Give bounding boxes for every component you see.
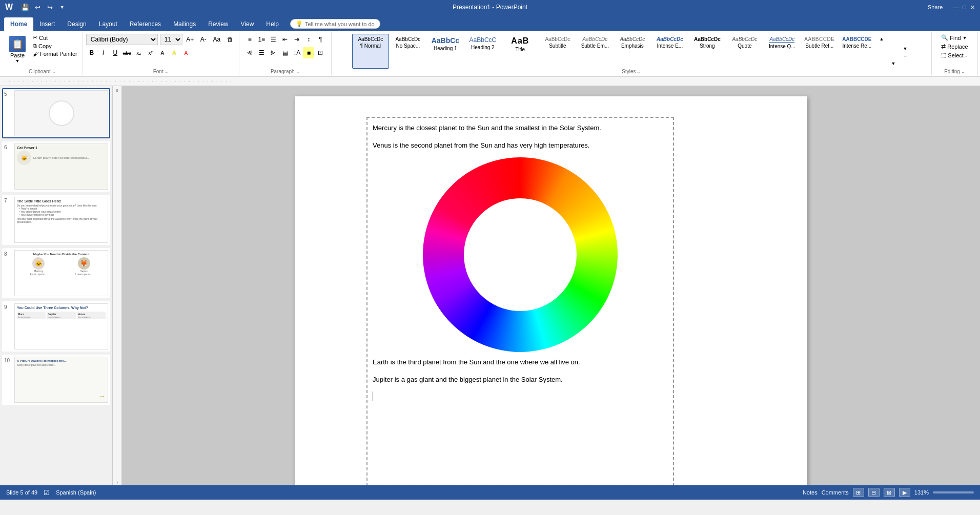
slide-thumbnail-5[interactable]: 5 — [2, 88, 110, 138]
format-painter-button[interactable]: 🖌 Format Painter — [31, 50, 79, 57]
style-intense-em[interactable]: AaBbCcDc Intense E... — [651, 34, 688, 69]
style-normal[interactable]: AaBbCcDc ¶ Normal — [352, 34, 389, 69]
font-color-btn[interactable]: A — [180, 47, 192, 58]
tab-mailings[interactable]: Mailings — [167, 17, 202, 31]
ribbon-tabs: Home Insert Design Layout References Mai… — [0, 14, 980, 31]
slide-thumbnail-8[interactable]: 8 Maybe You Need to Divide the Content 🐱… — [2, 248, 110, 298]
increase-indent-btn[interactable]: ⇥ — [291, 34, 302, 45]
close-button[interactable]: ✕ — [970, 4, 975, 11]
tab-home[interactable]: Home — [4, 17, 33, 31]
view-reading-btn[interactable]: ⊠ — [884, 488, 895, 497]
slide-thumbnail-10[interactable]: 10 A Picture Always Reinforces the... So… — [2, 355, 110, 405]
borders-btn[interactable]: ⊡ — [315, 47, 326, 58]
style-intense-q[interactable]: AaBbCcDc Intense Q... — [764, 34, 801, 69]
paste-button[interactable]: 📋 Paste ▼ — [5, 34, 30, 66]
document-title: Presentation1 - PowerPoint — [453, 4, 527, 11]
styles-expand[interactable]: ▼⎯ — [900, 41, 911, 61]
copy-button[interactable]: ⧉ Copy — [31, 42, 79, 50]
shading-btn[interactable]: ◼ — [303, 47, 314, 58]
cut-label: Cut — [39, 35, 48, 41]
minimize-button[interactable]: — — [953, 4, 958, 10]
clipboard-group: 📋 Paste ▼ ✂ Cut ⧉ Copy 🖌 Format Painter — [2, 32, 83, 75]
style-subtitle[interactable]: AaBbCcDc Subtitle — [539, 34, 576, 69]
slide-count: Slide 5 of 49 — [6, 489, 37, 496]
cut-button[interactable]: ✂ Cut — [31, 34, 79, 42]
style-heading1[interactable]: AaBbCc Heading 1 — [427, 34, 464, 69]
font-size-select[interactable]: 11 — [160, 34, 182, 45]
change-case-btn[interactable]: Aa — [211, 34, 222, 45]
align-center-btn[interactable]: ☰ — [256, 47, 267, 58]
clear-formatting-btn[interactable]: 🗑 — [224, 34, 236, 45]
font-expand-icon[interactable]: ⌄ — [165, 69, 169, 74]
style-heading2[interactable]: AaBbCcC Heading 2 — [464, 34, 501, 69]
sort-btn[interactable]: ↕ — [303, 34, 314, 45]
view-normal-btn[interactable]: ⊞ — [853, 488, 864, 497]
style-subtle-ref[interactable]: AaBbCcDE Subtle Ref... — [801, 34, 838, 69]
tab-view[interactable]: View — [235, 17, 260, 31]
tab-review[interactable]: Review — [202, 17, 234, 31]
style-emphasis[interactable]: AaBbCcDc Emphasis — [614, 34, 651, 69]
align-left-btn[interactable]: ⫷ — [244, 47, 255, 58]
decrease-indent-btn[interactable]: ⇤ — [279, 34, 291, 45]
undo-button[interactable]: ↩ — [32, 2, 43, 12]
select-button[interactable]: ⬚ Select - — [939, 51, 969, 59]
bullet-list-btn[interactable]: ≡ — [244, 34, 255, 45]
align-right-btn[interactable]: ⫸ — [268, 47, 279, 58]
slide-number-9: 9 — [4, 303, 12, 310]
bold-btn[interactable]: B — [86, 47, 97, 58]
justify-btn[interactable]: ▤ — [279, 47, 291, 58]
save-button[interactable]: 💾 — [20, 2, 30, 12]
line-spacing-btn[interactable]: ↕A — [291, 47, 302, 58]
maximize-button[interactable]: □ — [963, 4, 966, 10]
view-slideshow-btn[interactable]: ▶ — [899, 488, 910, 497]
slide-canvas[interactable]: Mercury is the closest planet to the Sun… — [295, 96, 807, 485]
style-no-spacing[interactable]: AaBbCcDc No Spac... — [390, 34, 426, 69]
superscript-btn[interactable]: x² — [145, 47, 156, 58]
style-strong[interactable]: AaBbCcDc Strong — [689, 34, 726, 69]
subscript-btn[interactable]: x₂ — [133, 47, 145, 58]
text-effects-btn[interactable]: A — [157, 47, 168, 58]
notes-label[interactable]: Notes — [803, 489, 818, 496]
style-subtle-em[interactable]: AaBbCcDc Subtle Em... — [577, 34, 614, 69]
underline-btn[interactable]: U — [110, 47, 121, 58]
tab-references[interactable]: References — [124, 17, 167, 31]
styles-scroll-down[interactable]: ▼ — [888, 58, 899, 69]
clipboard-expand-icon[interactable]: ⌄ — [52, 69, 56, 74]
tab-layout[interactable]: Layout — [93, 17, 124, 31]
view-outline-btn[interactable]: ⊟ — [868, 488, 880, 497]
increase-font-btn[interactable]: A+ — [185, 34, 196, 45]
slide-thumbnail-9[interactable]: 9 You Could Use Three Columns, Why Not? … — [2, 301, 110, 352]
zoom-slider[interactable] — [933, 491, 974, 493]
multilevel-list-btn[interactable]: ☰ — [268, 34, 279, 45]
find-button[interactable]: 🔍 Find ▼ — [939, 34, 969, 42]
replace-button[interactable]: ⇄ Replace — [939, 43, 970, 50]
share-button[interactable]: Share — [922, 2, 949, 12]
tab-help[interactable]: Help — [260, 17, 285, 31]
styles-group: AaBbCcDc ¶ Normal AaBbCcDc No Spac... Aa… — [332, 32, 932, 75]
styles-scroll-up[interactable]: ▲ — [876, 34, 887, 44]
style-intense-ref[interactable]: AABBCCDE Intense Re... — [839, 34, 875, 69]
redo-button[interactable]: ↪ — [45, 2, 55, 12]
customize-quick-access[interactable]: ▼ — [57, 2, 67, 12]
numbered-list-btn[interactable]: 1≡ — [256, 34, 267, 45]
italic-btn[interactable]: I — [98, 47, 109, 58]
lightbulb-icon: 💡 — [296, 20, 303, 27]
slide-thumbnail-6[interactable]: 6 Cat Power 1 🐱 Lorem ipsum dolor sit am… — [2, 141, 110, 192]
decrease-font-btn[interactable]: A- — [198, 34, 209, 45]
styles-expand-icon[interactable]: ⌄ — [637, 69, 641, 74]
strikethrough-btn[interactable]: abc — [121, 47, 133, 58]
tab-insert[interactable]: Insert — [33, 17, 61, 31]
editing-expand-icon[interactable]: ⌄ — [961, 69, 965, 74]
font-family-select[interactable]: Calibri (Body) — [86, 34, 158, 45]
slide-number-5: 5 — [4, 90, 12, 97]
tell-me-input[interactable]: 💡 Tell me what you want to do — [290, 19, 380, 29]
content-text-box[interactable]: Mercury is the closest planet to the Sun… — [366, 117, 674, 485]
comments-label[interactable]: Comments — [822, 489, 849, 496]
show-hide-btn[interactable]: ¶ — [315, 34, 326, 45]
style-title[interactable]: AaB Title — [502, 34, 539, 69]
paragraph-expand-icon[interactable]: ⌄ — [296, 69, 300, 74]
style-quote[interactable]: AaBbCcDc Quote — [726, 34, 763, 69]
tab-design[interactable]: Design — [61, 17, 92, 31]
slide-thumbnail-7[interactable]: 7 The Slide Title Goes Here! Do you know… — [2, 195, 110, 245]
text-highlight-btn[interactable]: A — [169, 47, 180, 58]
